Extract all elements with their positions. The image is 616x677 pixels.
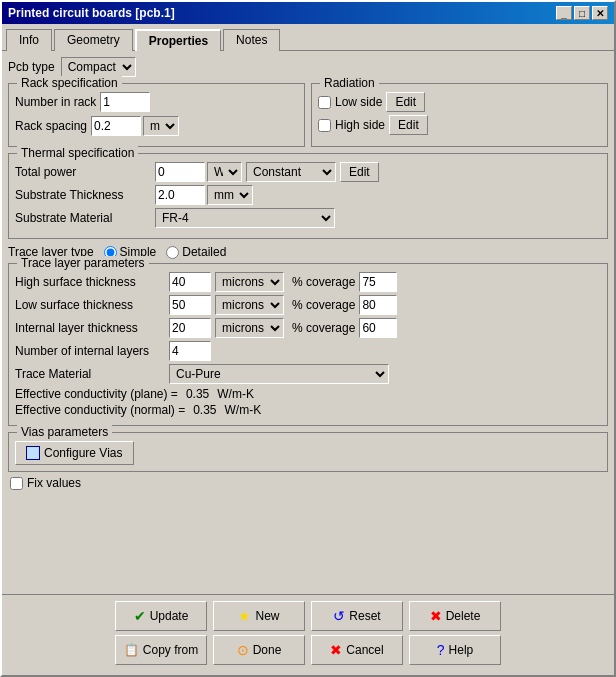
delete-label: Delete <box>446 609 481 623</box>
fix-values-label: Fix values <box>27 476 81 490</box>
rack-spec-group: Rack specification Number in rack Rack s… <box>8 83 305 147</box>
low-surface-unit-select[interactable]: microns <box>215 295 284 315</box>
detailed-label: Detailed <box>182 245 226 259</box>
fix-values-checkbox[interactable] <box>10 477 23 490</box>
low-surface-label: Low surface thickness <box>15 298 165 312</box>
new-icon: ★ <box>238 608 251 624</box>
rack-spacing-row: Rack spacing m <box>15 116 298 136</box>
internal-coverage-input[interactable] <box>359 318 397 338</box>
tab-info[interactable]: Info <box>6 29 52 51</box>
high-coverage-label: % coverage <box>292 275 355 289</box>
detailed-radio[interactable] <box>166 246 179 259</box>
total-power-input[interactable] <box>155 162 205 182</box>
num-internal-row: Number of internal layers <box>15 341 601 361</box>
num-internal-input[interactable] <box>169 341 211 361</box>
trace-params-group: Trace layer parameters High surface thic… <box>8 263 608 426</box>
power-type-select[interactable]: Constant <box>246 162 336 182</box>
cancel-button[interactable]: ✖ Cancel <box>311 635 403 665</box>
pcb-type-row: Pcb type Compact <box>8 57 608 77</box>
conductivity-plane-value: 0.35 <box>186 387 209 401</box>
vias-group: Vias parameters Configure Vias <box>8 432 608 472</box>
trace-material-row: Trace Material Cu-Pure <box>15 364 601 384</box>
conductivity-normal-unit: W/m-K <box>225 403 262 417</box>
number-in-rack-row: Number in rack <box>15 92 298 112</box>
low-surface-input[interactable] <box>169 295 211 315</box>
rack-spacing-label: Rack spacing <box>15 119 87 133</box>
done-icon: ⊙ <box>237 642 249 658</box>
radiation-group: Radiation Low side Edit High side Edit <box>311 83 608 147</box>
high-surface-input[interactable] <box>169 272 211 292</box>
reset-button[interactable]: ↺ Reset <box>311 601 403 631</box>
radiation-content: Low side Edit High side Edit <box>318 92 601 135</box>
substrate-material-select[interactable]: FR-4 <box>155 208 335 228</box>
done-label: Done <box>253 643 282 657</box>
copy-from-button[interactable]: 📋 Copy from <box>115 635 207 665</box>
high-coverage-input[interactable] <box>359 272 397 292</box>
tab-geometry[interactable]: Geometry <box>54 29 133 51</box>
number-in-rack-input[interactable] <box>100 92 150 112</box>
delete-button[interactable]: ✖ Delete <box>409 601 501 631</box>
thermal-content: Total power W Constant Edit Substrate Th… <box>15 162 601 228</box>
high-surface-unit-select[interactable]: microns <box>215 272 284 292</box>
high-side-edit-button[interactable]: Edit <box>389 115 428 135</box>
new-button[interactable]: ★ New <box>213 601 305 631</box>
thermal-edit-button[interactable]: Edit <box>340 162 379 182</box>
update-button[interactable]: ✔ Update <box>115 601 207 631</box>
substrate-thickness-unit-select[interactable]: mm <box>207 185 253 205</box>
trace-params-title: Trace layer parameters <box>17 256 149 270</box>
cancel-label: Cancel <box>346 643 383 657</box>
internal-layer-input[interactable] <box>169 318 211 338</box>
done-button[interactable]: ⊙ Done <box>213 635 305 665</box>
substrate-thickness-input[interactable] <box>155 185 205 205</box>
number-in-rack-label: Number in rack <box>15 95 96 109</box>
high-side-checkbox[interactable] <box>318 119 331 132</box>
help-button[interactable]: ? Help <box>409 635 501 665</box>
conductivity-normal-value: 0.35 <box>193 403 216 417</box>
trace-params-content: High surface thickness microns % coverag… <box>15 272 601 417</box>
rack-spec-title: Rack specification <box>17 76 122 90</box>
tab-properties[interactable]: Properties <box>135 29 221 51</box>
substrate-material-label: Substrate Material <box>15 211 155 225</box>
rack-radiation-container: Rack specification Number in rack Rack s… <box>8 83 608 147</box>
low-side-label: Low side <box>335 95 382 109</box>
low-side-edit-button[interactable]: Edit <box>386 92 425 112</box>
cancel-icon: ✖ <box>330 642 342 658</box>
conductivity-normal-row: Effective conductivity (normal) = 0.35 W… <box>15 403 601 417</box>
high-side-row: High side Edit <box>318 115 601 135</box>
copy-icon: 📋 <box>124 643 139 657</box>
rack-spacing-unit-select[interactable]: m <box>143 116 179 136</box>
substrate-thickness-label: Substrate Thickness <box>15 188 155 202</box>
reset-label: Reset <box>349 609 380 623</box>
fix-values-row: Fix values <box>10 476 608 490</box>
pcb-type-label: Pcb type <box>8 60 55 74</box>
trace-material-label: Trace Material <box>15 367 165 381</box>
configure-vias-button[interactable]: Configure Vias <box>15 441 134 465</box>
low-coverage-input[interactable] <box>359 295 397 315</box>
minimize-button[interactable]: _ <box>556 6 572 20</box>
rack-spec-content: Number in rack Rack spacing m <box>15 92 298 136</box>
maximize-button[interactable]: □ <box>574 6 590 20</box>
update-label: Update <box>150 609 189 623</box>
conductivity-normal-label: Effective conductivity (normal) = <box>15 403 185 417</box>
close-button[interactable]: ✕ <box>592 6 608 20</box>
low-side-row: Low side Edit <box>318 92 601 112</box>
rack-spacing-input[interactable] <box>91 116 141 136</box>
conductivity-plane-unit: W/m-K <box>217 387 254 401</box>
num-internal-label: Number of internal layers <box>15 344 165 358</box>
low-side-checkbox[interactable] <box>318 96 331 109</box>
update-icon: ✔ <box>134 608 146 624</box>
pcb-type-select[interactable]: Compact <box>61 57 136 77</box>
total-power-label: Total power <box>15 165 155 179</box>
total-power-unit-select[interactable]: W <box>207 162 242 182</box>
internal-layer-unit-select[interactable]: microns <box>215 318 284 338</box>
window-title: Printed circuit boards [pcb.1] <box>8 6 175 20</box>
help-icon: ? <box>437 642 445 658</box>
tab-notes[interactable]: Notes <box>223 29 280 51</box>
configure-vias-label: Configure Vias <box>44 446 123 460</box>
title-bar-buttons: _ □ ✕ <box>556 6 608 20</box>
btn-row-1: ✔ Update ★ New ↺ Reset ✖ Delete <box>8 601 608 631</box>
radiation-title: Radiation <box>320 76 379 90</box>
trace-material-select[interactable]: Cu-Pure <box>169 364 389 384</box>
delete-icon: ✖ <box>430 608 442 624</box>
btn-row-2: 📋 Copy from ⊙ Done ✖ Cancel ? Help <box>8 635 608 665</box>
